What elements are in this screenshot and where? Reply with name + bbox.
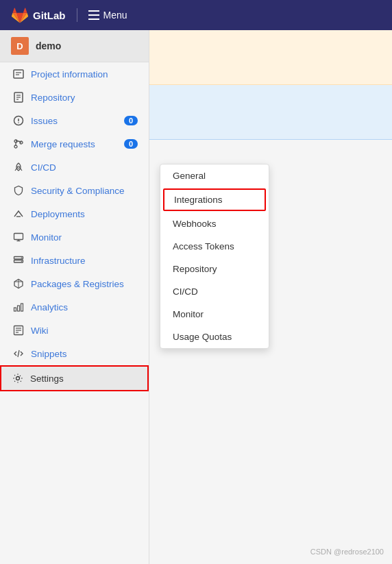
svg-point-10 bbox=[14, 145, 17, 148]
wiki-icon bbox=[13, 325, 24, 336]
package-icon bbox=[13, 278, 24, 289]
svg-rect-14 bbox=[14, 234, 23, 240]
svg-rect-25 bbox=[21, 304, 23, 311]
svg-rect-23 bbox=[14, 308, 16, 311]
sidebar-item-repository-label: Repository bbox=[31, 93, 138, 103]
sidebar-item-project-information-label: Project information bbox=[31, 69, 138, 79]
svg-rect-24 bbox=[18, 306, 20, 311]
svg-point-19 bbox=[21, 258, 23, 259]
settings-icon bbox=[12, 373, 23, 384]
sidebar-item-infrastructure[interactable]: Infrastructure bbox=[0, 249, 149, 272]
sidebar-item-settings[interactable]: Settings bbox=[0, 365, 149, 391]
svg-point-12 bbox=[18, 167, 20, 169]
dropdown-item-cicd[interactable]: CI/CD bbox=[160, 280, 269, 303]
menu-label: Menu bbox=[103, 10, 127, 21]
dropdown-item-access-tokens[interactable]: Access Tokens bbox=[160, 235, 269, 258]
sidebar-item-wiki-label: Wiki bbox=[31, 326, 138, 336]
dropdown-item-usage-quotas[interactable]: Usage Quotas bbox=[160, 326, 269, 348]
menu-button[interactable]: Menu bbox=[88, 10, 127, 21]
sidebar-item-cicd[interactable]: CI/CD bbox=[0, 156, 149, 179]
sidebar-item-analytics[interactable]: Analytics bbox=[0, 295, 149, 319]
monitor-icon bbox=[13, 232, 24, 243]
sidebar-item-deployments-label: Deployments bbox=[31, 209, 138, 219]
svg-line-30 bbox=[18, 350, 19, 357]
content-area: General Integrations Webhooks Access Tok… bbox=[149, 30, 392, 564]
main-layout: D demo Project information Repository bbox=[0, 30, 392, 564]
dropdown-item-general[interactable]: General bbox=[160, 164, 269, 187]
sidebar-item-security-compliance[interactable]: Security & Compliance bbox=[0, 179, 149, 202]
deploy-icon bbox=[13, 208, 24, 219]
top-header: GitLab Menu bbox=[0, 0, 392, 30]
sidebar-item-snippets[interactable]: Snippets bbox=[0, 342, 149, 365]
sidebar-item-settings-label: Settings bbox=[30, 373, 136, 384]
banner-blue bbox=[149, 85, 392, 140]
sidebar: D demo Project information Repository bbox=[0, 30, 149, 564]
info-icon bbox=[13, 69, 24, 79]
sidebar-item-merge-requests-label: Merge requests bbox=[31, 139, 117, 149]
dropdown-item-repository[interactable]: Repository bbox=[160, 258, 269, 280]
sidebar-item-packages-registries[interactable]: Packages & Registries bbox=[0, 272, 149, 295]
sidebar-item-monitor-label: Monitor bbox=[31, 232, 138, 243]
svg-point-31 bbox=[16, 377, 20, 380]
infra-icon bbox=[13, 255, 24, 266]
merge-icon bbox=[13, 138, 24, 149]
sidebar-item-packages-registries-label: Packages & Registries bbox=[31, 279, 138, 289]
snippets-icon bbox=[13, 348, 24, 359]
sidebar-item-monitor[interactable]: Monitor bbox=[0, 225, 149, 249]
sidebar-item-analytics-label: Analytics bbox=[31, 302, 138, 312]
sidebar-item-project-information[interactable]: Project information bbox=[0, 62, 149, 86]
hamburger-icon bbox=[88, 10, 99, 20]
sidebar-item-issues[interactable]: Issues 0 bbox=[0, 109, 149, 132]
sidebar-item-snippets-label: Snippets bbox=[31, 349, 138, 359]
analytics-icon bbox=[13, 302, 24, 312]
merge-requests-badge: 0 bbox=[124, 139, 138, 149]
sidebar-project[interactable]: D demo bbox=[0, 30, 149, 62]
gitlab-text: GitLab bbox=[33, 10, 66, 21]
sidebar-item-cicd-label: CI/CD bbox=[31, 162, 138, 173]
header-divider bbox=[77, 8, 77, 22]
svg-point-20 bbox=[21, 261, 23, 262]
repository-icon bbox=[13, 92, 24, 103]
watermark: CSDN @redrose2100 bbox=[310, 548, 384, 556]
sidebar-item-wiki[interactable]: Wiki bbox=[0, 319, 149, 342]
sidebar-item-security-compliance-label: Security & Compliance bbox=[31, 186, 138, 196]
sidebar-item-issues-label: Issues bbox=[31, 116, 117, 126]
gitlab-logo[interactable]: GitLab bbox=[11, 6, 66, 24]
project-avatar: D bbox=[11, 37, 29, 55]
banner-orange bbox=[149, 30, 392, 85]
project-name: demo bbox=[36, 40, 61, 51]
issues-badge: 0 bbox=[124, 116, 138, 125]
rocket-icon bbox=[13, 162, 24, 173]
sidebar-item-deployments[interactable]: Deployments bbox=[0, 202, 149, 225]
dropdown-item-webhooks[interactable]: Webhooks bbox=[160, 212, 269, 235]
sidebar-item-merge-requests[interactable]: Merge requests 0 bbox=[0, 132, 149, 156]
svg-point-8 bbox=[18, 122, 19, 123]
settings-dropdown: General Integrations Webhooks Access Tok… bbox=[160, 164, 269, 349]
gitlab-logo-icon bbox=[11, 6, 29, 24]
shield-icon bbox=[13, 185, 24, 196]
dropdown-item-monitor[interactable]: Monitor bbox=[160, 303, 269, 326]
sidebar-item-infrastructure-label: Infrastructure bbox=[31, 256, 138, 266]
sidebar-item-repository[interactable]: Repository bbox=[0, 86, 149, 109]
dropdown-item-integrations[interactable]: Integrations bbox=[163, 188, 266, 211]
svg-rect-0 bbox=[14, 70, 23, 78]
issues-icon bbox=[13, 115, 24, 126]
